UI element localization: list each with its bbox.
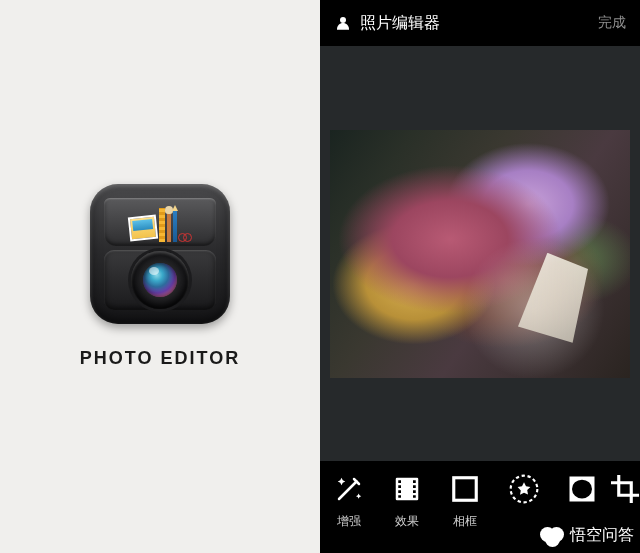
svg-rect-4 xyxy=(399,490,402,493)
crop-icon xyxy=(611,471,640,507)
bottom-toolbar: 增强 效果 相框 xyxy=(320,461,640,553)
tool-enhance[interactable]: 增强 xyxy=(320,471,378,530)
svg-point-13 xyxy=(572,480,592,499)
tool-frame[interactable]: 相框 xyxy=(436,471,494,530)
svg-rect-6 xyxy=(413,480,416,483)
tool-label: 效果 xyxy=(395,513,419,530)
photo-preview[interactable] xyxy=(330,130,630,378)
svg-rect-9 xyxy=(413,495,416,498)
tool-label: 增强 xyxy=(337,513,361,530)
svg-rect-7 xyxy=(413,485,416,488)
camera-icon xyxy=(104,250,216,310)
magic-wand-icon xyxy=(331,471,367,507)
app-name-label: PHOTO EDITOR xyxy=(80,348,240,369)
app-splash-panel: PHOTO EDITOR xyxy=(0,0,320,553)
tool-label: 相框 xyxy=(453,513,477,530)
vignette-icon xyxy=(564,471,600,507)
tool-vignette[interactable] xyxy=(553,471,611,513)
tool-effects[interactable]: 效果 xyxy=(378,471,436,530)
user-icon[interactable] xyxy=(334,14,352,32)
photo-editor-screen: 照片编辑器 完成 增强 效果 xyxy=(320,0,640,553)
star-circle-icon xyxy=(506,471,542,507)
frame-icon xyxy=(447,471,483,507)
svg-rect-8 xyxy=(413,490,416,493)
app-icon xyxy=(90,184,230,324)
tool-sticker[interactable] xyxy=(495,471,553,513)
titlebar: 照片编辑器 完成 xyxy=(320,0,640,46)
page-title: 照片编辑器 xyxy=(360,13,440,34)
svg-rect-3 xyxy=(399,485,402,488)
film-strip-icon xyxy=(389,471,425,507)
done-button[interactable]: 完成 xyxy=(598,14,626,32)
canvas-area[interactable] xyxy=(320,46,640,461)
tool-crop[interactable] xyxy=(611,471,640,513)
svg-rect-10 xyxy=(454,478,477,501)
svg-rect-2 xyxy=(399,480,402,483)
toolbox-icon xyxy=(104,198,216,246)
svg-point-0 xyxy=(340,17,346,23)
svg-rect-5 xyxy=(399,495,402,498)
